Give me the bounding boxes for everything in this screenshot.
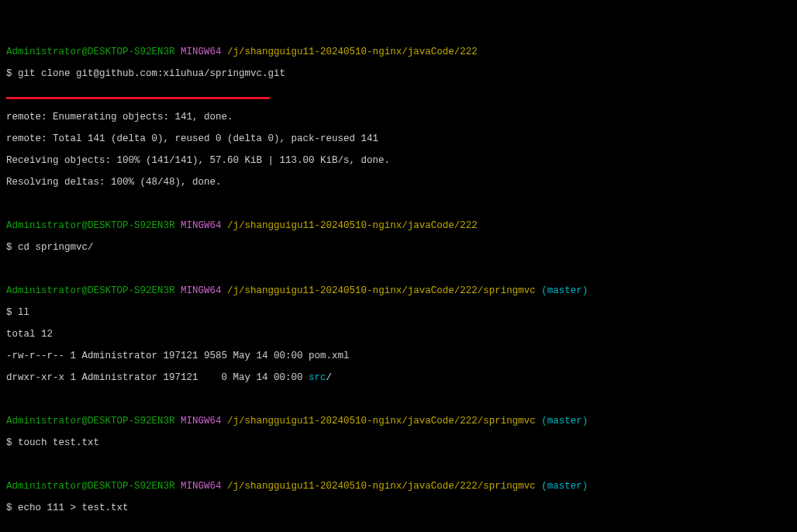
blank-line bbox=[6, 394, 791, 405]
ll-total: total 12 bbox=[6, 329, 791, 340]
blank-line bbox=[6, 524, 791, 532]
cmd-git-clone[interactable]: $ git clone git@github.com:xiluhua/sprin… bbox=[6, 68, 791, 79]
clone-output: Receiving objects: 100% (141/141), 57.60… bbox=[6, 155, 791, 166]
blank-line bbox=[6, 459, 791, 470]
cmd-touch[interactable]: $ touch test.txt bbox=[6, 437, 791, 448]
prompt-line: Administrator@DESKTOP-S92EN3R MINGW64 /j… bbox=[6, 416, 791, 427]
cmd-echo[interactable]: $ echo 111 > test.txt bbox=[6, 503, 791, 513]
ll-entry: drwxr-xr-x 1 Administrator 197121 0 May … bbox=[6, 372, 791, 383]
blank-line bbox=[6, 264, 791, 275]
cmd-cd[interactable]: $ cd springmvc/ bbox=[6, 242, 791, 253]
blank-line bbox=[6, 199, 791, 209]
ll-entry: -rw-r--r-- 1 Administrator 197121 9585 M… bbox=[6, 351, 791, 361]
dir-src: src bbox=[309, 372, 326, 383]
user-host: Administrator@DESKTOP-S92EN3R bbox=[6, 47, 175, 57]
mingw-tag: MINGW64 bbox=[181, 47, 222, 57]
clone-output: Resolving deltas: 100% (48/48), done. bbox=[6, 177, 791, 188]
prompt-line: Administrator@DESKTOP-S92EN3R MINGW64 /j… bbox=[6, 220, 791, 231]
branch-indicator: (master) bbox=[541, 285, 588, 296]
redacted-underline bbox=[6, 90, 791, 101]
clone-output: remote: Total 141 (delta 0), reused 0 (d… bbox=[6, 133, 791, 144]
cwd-path: /j/shangguigu11-20240510-nginx/javaCode/… bbox=[227, 47, 478, 57]
prompt-line: Administrator@DESKTOP-S92EN3R MINGW64 /j… bbox=[6, 285, 791, 296]
clone-output: remote: Enumerating objects: 141, done. bbox=[6, 112, 791, 123]
cmd-ll[interactable]: $ ll bbox=[6, 307, 791, 318]
file-pom: pom.xml bbox=[309, 351, 350, 361]
prompt-line: Administrator@DESKTOP-S92EN3R MINGW64 /j… bbox=[6, 481, 791, 492]
prompt-line: Administrator@DESKTOP-S92EN3R MINGW64 /j… bbox=[6, 47, 791, 57]
